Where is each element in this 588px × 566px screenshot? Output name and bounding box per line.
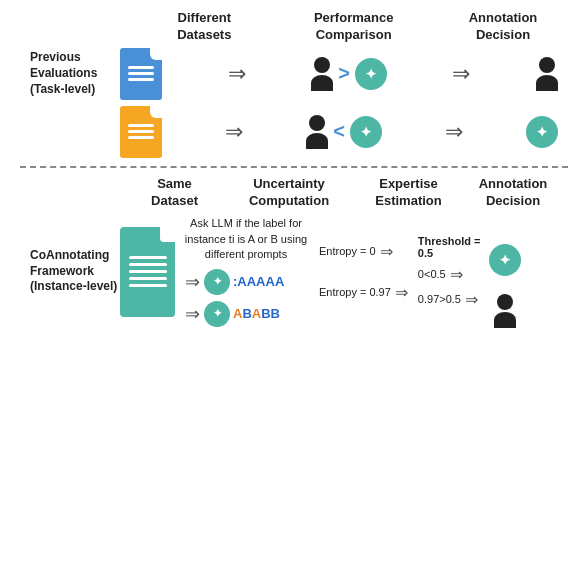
entropy-top-group: Entropy = 0 ⇒ — [319, 242, 410, 261]
doc-line — [128, 78, 154, 81]
compare-bottom-group: 0.97>0.5 ⇒ — [418, 290, 481, 309]
teal-line — [129, 263, 167, 266]
final-person-body — [494, 312, 516, 328]
teal-line — [129, 270, 167, 273]
result-gpt-icon: ✦ — [526, 116, 558, 148]
compare-bottom-text: 0.97>0.5 — [418, 293, 461, 305]
top-branch: ⇒ ✦ :AAAAA — [181, 269, 284, 295]
compare-operator-lt: < — [333, 120, 345, 143]
top-header-row: DifferentDatasets PerformanceComparison … — [30, 10, 558, 48]
threshold-block: Threshold = 0.5 — [418, 235, 481, 259]
bottom-header-col3: ExpertiseEstimation — [354, 176, 464, 210]
letter-b2: B — [261, 306, 270, 321]
comparison-group-2: < ✦ — [306, 115, 382, 149]
result-person-head — [539, 57, 555, 73]
person-body-2 — [306, 133, 328, 149]
top-header-col2: PerformanceComparison — [289, 10, 419, 44]
bottom-main-row: CoAnnotatingFramework(Instance-level) As… — [30, 216, 558, 328]
coannotating-label: CoAnnotatingFramework(Instance-level) — [30, 248, 120, 295]
person-icon-left — [311, 57, 333, 91]
row1-content: ⇒ > ✦ ⇒ — [120, 48, 558, 100]
doc-line — [128, 66, 154, 69]
compare-bottom-arrow: ⇒ — [465, 290, 478, 309]
compare-operator-gt: > — [338, 62, 350, 85]
final-person-head — [497, 294, 513, 310]
teal-line — [129, 284, 167, 287]
ababb-text: ABABB — [233, 306, 280, 321]
gpt-icon-bottom: ✦ — [204, 301, 230, 327]
person-head — [314, 57, 330, 73]
threshold-label: Threshold = — [418, 235, 481, 247]
final-results-column: ✦ — [489, 216, 521, 328]
doc-line — [128, 136, 154, 139]
bottom-branch-arrow: ⇒ — [185, 303, 200, 325]
bottom-header-col4: AnnotationDecision — [468, 176, 558, 210]
section-divider — [20, 166, 568, 168]
gpt-icon-top: ✦ — [204, 269, 230, 295]
teal-line — [129, 277, 167, 280]
compare-top-text: 0<0.5 — [418, 268, 446, 280]
threshold-value: 0.5 — [418, 247, 433, 259]
entropy-bottom-label: Entropy = 0.97 — [319, 286, 391, 298]
doc-line — [128, 130, 154, 133]
yellow-doc-icon — [120, 106, 162, 158]
letter-b3: B — [271, 306, 280, 321]
prev-eval-label: PreviousEvaluations(Task-level) — [30, 50, 120, 97]
person-head-2 — [309, 115, 325, 131]
threshold-column: Threshold = 0.5 0<0.5 ⇒ 0.97>0.5 ⇒ — [418, 235, 481, 309]
compare-top-group: 0<0.5 ⇒ — [418, 265, 481, 284]
entropy-bottom-group: Entropy = 0.97 ⇒ — [319, 283, 410, 302]
compare-top-arrow: ⇒ — [450, 265, 463, 284]
blue-doc-icon — [120, 48, 162, 100]
result-person-body — [536, 75, 558, 91]
entropy-top-label: Entropy = 0 — [319, 245, 376, 257]
top-header-col1: DifferentDatasets — [149, 10, 259, 44]
top-header-col3: AnnotationDecision — [448, 10, 558, 44]
arrow-icon-4: ⇒ — [445, 119, 463, 145]
result-person-icon — [536, 57, 558, 91]
arrow-icon: ⇒ — [228, 61, 246, 87]
final-person-result — [489, 294, 521, 328]
person-body — [311, 75, 333, 91]
gpt-icon-compare-2: ✦ — [350, 116, 382, 148]
final-gpt-result: ✦ — [489, 244, 521, 276]
diagram: DifferentDatasets PerformanceComparison … — [0, 0, 588, 566]
arrow-icon-2: ⇒ — [452, 61, 470, 87]
entropy-column: Entropy = 0 ⇒ Entropy = 0.97 ⇒ — [319, 242, 410, 302]
entropy-top-arrow: ⇒ — [380, 242, 393, 261]
aaaaa-text: :AAAAA — [233, 274, 284, 289]
top-branch-arrow: ⇒ — [185, 271, 200, 293]
person-icon-left-2 — [306, 115, 328, 149]
row2-content: ⇒ < ✦ ⇒ ✦ — [120, 106, 558, 158]
ask-llm-text: Ask LLM if the label for instance ti is … — [181, 216, 311, 262]
letter-b1: B — [242, 306, 251, 321]
letter-a2: A — [252, 306, 261, 321]
bottom-header-col2: UncertaintyComputation — [229, 176, 349, 210]
eval-row-1: PreviousEvaluations(Task-level) ⇒ > — [30, 48, 558, 100]
doc-line — [128, 72, 154, 75]
bottom-branch: ⇒ ✦ ABABB — [181, 301, 280, 327]
comparison-group-1: > ✦ — [311, 57, 387, 91]
arrow-icon-3: ⇒ — [225, 119, 243, 145]
top-section: DifferentDatasets PerformanceComparison … — [20, 10, 568, 158]
bottom-header-col1: SameDataset — [125, 176, 225, 210]
bottom-section: SameDataset UncertaintyComputation Exper… — [20, 176, 568, 328]
teal-line — [129, 256, 167, 259]
doc-line — [128, 124, 154, 127]
gpt-icon-compare: ✦ — [355, 58, 387, 90]
teal-doc-icon — [120, 227, 175, 317]
bottom-header-row: SameDataset UncertaintyComputation Exper… — [30, 176, 558, 210]
letter-a1: A — [233, 306, 242, 321]
eval-row-2: PreviousEvaluations(Task-level) ⇒ < — [30, 106, 558, 158]
entropy-bottom-arrow: ⇒ — [395, 283, 408, 302]
